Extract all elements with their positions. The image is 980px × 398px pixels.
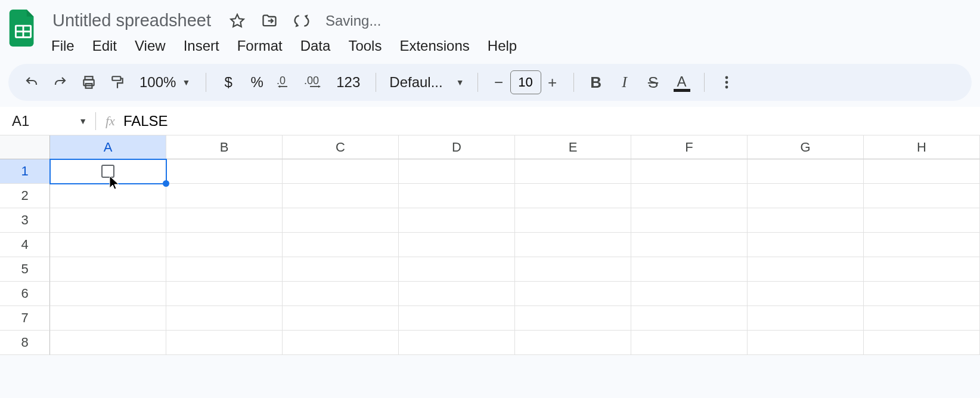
column-header-g[interactable]: G [748,135,864,159]
cell[interactable] [864,257,980,282]
menu-help[interactable]: Help [479,34,525,58]
column-header-b[interactable]: B [166,135,283,159]
strikethrough-button[interactable]: S [641,70,666,95]
cell[interactable] [283,208,399,233]
cell[interactable] [166,257,283,282]
menu-extensions[interactable]: Extensions [391,34,477,58]
increase-font-button[interactable]: + [541,70,564,94]
cell[interactable] [166,233,283,257]
cell[interactable] [399,159,515,184]
star-icon[interactable] [227,10,248,32]
cell-a1[interactable] [50,159,166,184]
cell[interactable] [166,282,283,306]
cell[interactable] [283,184,399,208]
cell[interactable] [515,159,631,184]
menu-view[interactable]: View [126,34,174,58]
cell[interactable] [283,257,399,282]
cell[interactable] [631,257,748,282]
row-header-4[interactable]: 4 [0,233,50,257]
cell[interactable] [515,257,631,282]
currency-button[interactable]: $ [216,70,241,95]
paint-format-button[interactable] [105,70,130,95]
cell[interactable] [166,306,283,331]
cell[interactable] [748,257,864,282]
cell[interactable] [399,331,515,355]
cell[interactable] [631,282,748,306]
cell[interactable] [166,331,283,355]
cell[interactable] [166,159,283,184]
row-header-2[interactable]: 2 [0,184,50,208]
cell[interactable] [399,282,515,306]
print-button[interactable] [76,70,101,95]
cell[interactable] [748,306,864,331]
checkbox-icon[interactable] [101,165,114,178]
zoom-select[interactable]: 100% ▼ [134,74,196,91]
percent-button[interactable]: % [244,70,269,95]
cell[interactable] [399,306,515,331]
cell[interactable] [283,331,399,355]
row-header-1[interactable]: 1 [0,159,50,184]
cell[interactable] [50,257,166,282]
cell[interactable] [864,282,980,306]
formula-input[interactable] [123,113,980,129]
column-header-e[interactable]: E [515,135,631,159]
cell[interactable] [515,208,631,233]
column-header-a[interactable]: A [50,135,166,159]
cell[interactable] [515,184,631,208]
cell[interactable] [50,233,166,257]
decrease-font-button[interactable]: − [488,70,510,94]
cell[interactable] [399,208,515,233]
cell[interactable] [748,233,864,257]
sheets-logo[interactable] [7,6,39,50]
font-select[interactable]: Defaul... ▼ [386,74,467,91]
italic-button[interactable]: I [612,70,637,95]
move-folder-icon[interactable] [259,10,280,32]
increase-decimal-button[interactable]: .00 [302,70,327,95]
cell[interactable] [399,184,515,208]
cell[interactable] [399,257,515,282]
cell[interactable] [515,331,631,355]
cell[interactable] [50,208,166,233]
column-header-d[interactable]: D [399,135,515,159]
more-tools-button[interactable] [714,70,739,95]
cell[interactable] [515,282,631,306]
cell[interactable] [50,184,166,208]
cell[interactable] [166,184,283,208]
row-header-3[interactable]: 3 [0,208,50,233]
undo-button[interactable] [19,70,44,95]
cell[interactable] [50,282,166,306]
row-header-8[interactable]: 8 [0,331,50,355]
cloud-status-icon[interactable] [291,10,312,32]
cell[interactable] [864,331,980,355]
cell[interactable] [283,233,399,257]
menu-edit[interactable]: Edit [84,34,125,58]
cell[interactable] [631,184,748,208]
cell[interactable] [748,184,864,208]
menu-data[interactable]: Data [292,34,339,58]
cell[interactable] [283,306,399,331]
cell[interactable] [50,306,166,331]
cell[interactable] [748,282,864,306]
menu-format[interactable]: Format [229,34,291,58]
cell[interactable] [631,159,748,184]
cell[interactable] [864,208,980,233]
bold-button[interactable]: B [584,70,609,95]
cell[interactable] [399,233,515,257]
redo-button[interactable] [48,70,73,95]
cell[interactable] [748,159,864,184]
text-color-button[interactable]: A [669,70,694,95]
cell[interactable] [50,331,166,355]
name-box[interactable]: A1 ▼ [0,113,95,129]
cell[interactable] [864,159,980,184]
menu-insert[interactable]: Insert [175,34,228,58]
cell[interactable] [864,233,980,257]
menu-tools[interactable]: Tools [340,34,390,58]
format-number-button[interactable]: 123 [330,70,366,95]
cell[interactable] [631,208,748,233]
decrease-decimal-button[interactable]: .0 [273,70,298,95]
column-header-h[interactable]: H [864,135,980,159]
cell[interactable] [864,306,980,331]
cell[interactable] [631,331,748,355]
column-header-f[interactable]: F [631,135,748,159]
document-title[interactable]: Untitled spreadsheet [48,10,216,32]
